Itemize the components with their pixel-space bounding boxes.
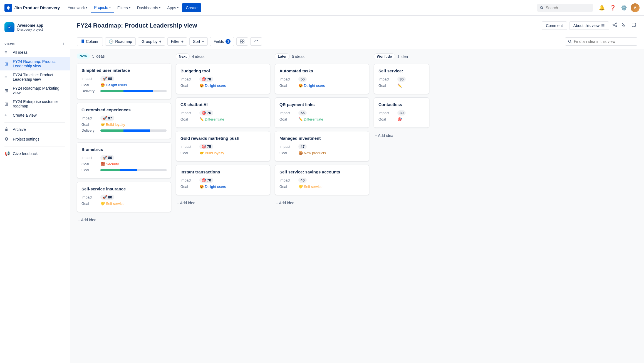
impact-value: 🚀 80 (100, 155, 114, 160)
share-icon[interactable] (611, 21, 618, 30)
card-field-impact: Impact 36 (378, 77, 425, 82)
about-view-button[interactable]: About this view ☰ (569, 21, 609, 30)
refresh-button[interactable] (250, 37, 262, 46)
impact-value: 🎯 78 (199, 77, 213, 82)
chevron-down-icon: ▾ (159, 6, 160, 9)
card-field-goal: Goal 💛 Self service (279, 185, 365, 189)
svg-rect-14 (242, 42, 244, 43)
card-budgeting-tool: Budgeting tool Impact 🎯 78 Goal 😍 Deligh… (176, 64, 270, 94)
card-title: Self-service insurance (81, 187, 167, 191)
column-count-next: 4 ideas (192, 54, 204, 59)
goal-value: 💛 Self service (100, 202, 125, 206)
sidebar-item-fy24-roadmap-marketing[interactable]: ⊞ FY24 Roadmap: Marketing view (0, 84, 70, 97)
delivery-bar (100, 129, 167, 132)
settings-icon[interactable]: ⚙️ (620, 3, 628, 12)
board: Now 5 ideas Simplified user interface Im… (70, 49, 644, 363)
cloud-icon[interactable] (621, 21, 628, 30)
chevron-down-icon: ▾ (86, 6, 87, 9)
card-field-goal: Goal 🍪 New products (279, 151, 365, 155)
card-field-impact: Impact 56 (279, 77, 365, 82)
card-field-impact: Impact 🎯 78 (180, 77, 266, 82)
column-now: Now 5 ideas Simplified user interface Im… (77, 53, 171, 359)
app-logo[interactable]: Jira Product Discovery (4, 4, 60, 12)
project-sub: Discovery project (17, 28, 43, 31)
column-wontdo: Won't do 1 idea Self service: Impact 36 … (374, 53, 429, 359)
column-later: Later 5 ideas Automated tasks Impact 56 … (275, 53, 369, 359)
card-title: Budgeting tool (180, 68, 266, 73)
display-button[interactable] (236, 37, 248, 46)
add-idea-button-later[interactable]: + Add idea (275, 198, 369, 207)
card-field-impact: Impact 🚀 80 (81, 195, 167, 200)
sidebar-item-fy24-timeline-product[interactable]: ≡ FY24 Timeline: Product Leadership view (0, 70, 70, 84)
group-by-button[interactable]: Group by + (138, 37, 165, 46)
comment-button[interactable]: Comment (542, 21, 567, 30)
board-search[interactable] (565, 37, 637, 46)
sidebar-item-fy24-roadmap-product[interactable]: ⊞ FY24 Roadmap: Product Leadership view (0, 57, 70, 70)
svg-rect-12 (242, 40, 244, 41)
global-search[interactable] (537, 4, 593, 12)
goal-value: 🤝 Build loyalty (100, 122, 125, 127)
sidebar-item-feedback[interactable]: 📢 Give feedback (0, 149, 70, 158)
card-field-delivery: Goal (81, 168, 167, 172)
card-qr-payment-links: QR payment links Impact 55 Goal ✏️ Diffe… (275, 97, 369, 128)
fields-button[interactable]: Fields 3 (210, 37, 234, 46)
card-title: Instant transactions (180, 170, 266, 174)
column-button[interactable]: Column (77, 37, 103, 46)
add-idea-button-wontdo[interactable]: + Add idea (374, 131, 429, 140)
card-simplified-ui: Simplified user interface Impact 🚀 98 Go… (77, 63, 171, 99)
impact-value: 🚀 97 (100, 116, 114, 121)
roadmap-button[interactable]: 🕐 Roadmap (105, 37, 136, 46)
card-field-goal: Goal ✏️ Differentiate (279, 117, 365, 121)
svg-rect-8 (81, 40, 81, 43)
help-icon[interactable]: ❓ (608, 3, 617, 12)
card-title: Biometrics (81, 147, 167, 152)
sidebar-item-project-settings[interactable]: ⚙ Project settings (0, 134, 70, 144)
card-field-impact: Impact 🚀 80 (81, 155, 167, 160)
sidebar-item-archive[interactable]: 🗑 Archive (0, 125, 70, 134)
top-navigation: Jira Product Discovery Your work ▾ Proje… (0, 0, 644, 16)
column-header-now: Now 5 ideas (77, 53, 171, 59)
sort-button[interactable]: Sort + (189, 37, 208, 46)
column-count-wontdo: 1 idea (397, 54, 408, 59)
notifications-icon[interactable]: 🔔 (597, 3, 606, 12)
sidebar-item-all-ideas[interactable]: ≡ All ideas (0, 48, 70, 57)
user-avatar[interactable]: A (631, 3, 640, 12)
add-idea-button-now[interactable]: + Add idea (77, 215, 171, 224)
sidebar-item-create-view[interactable]: + Create a view (0, 111, 70, 120)
board-search-input[interactable] (574, 39, 634, 44)
nav-dashboards[interactable]: Dashboards ▾ (134, 3, 164, 12)
impact-value: 🎯 76 (199, 110, 213, 116)
card-self-service-truncated: Self service: Impact 36 Goal ✏️ (374, 64, 429, 94)
nav-apps[interactable]: Apps ▾ (164, 3, 182, 12)
page-header: FY24 Roadmap: Product Leadership view Co… (70, 16, 644, 49)
sidebar-divider-2 (4, 146, 65, 146)
impact-value: 🚀 98 (100, 76, 114, 81)
card-title: Automated tasks (279, 68, 365, 73)
search-icon (540, 6, 543, 10)
list-icon: ≡ (4, 50, 10, 55)
create-button[interactable]: Create (182, 3, 201, 12)
jira-logo-icon (4, 4, 12, 12)
expand-icon[interactable] (630, 21, 637, 30)
card-title: Gold rewards marketing push (180, 136, 266, 141)
card-title: Simplified user interface (81, 68, 167, 73)
sidebar-item-fy24-enterprise[interactable]: ⊞ FY24 Enterprise customer roadmap (0, 97, 70, 111)
card-field-goal: Goal 🎯 (378, 117, 425, 121)
add-view-icon[interactable]: + (63, 41, 65, 46)
add-idea-button-next[interactable]: + Add idea (176, 198, 270, 207)
goal-value: 🍪 New products (298, 151, 326, 155)
card-biometrics: Biometrics Impact 🚀 80 Goal 🧱 Security G… (77, 142, 171, 178)
card-field-impact: Impact 🎯 76 (180, 110, 266, 116)
sidebar-project[interactable]: Awesome app Discovery project (0, 20, 70, 37)
goal-value: 😍 Delight users (298, 84, 325, 88)
impact-value: 🎯 75 (199, 144, 213, 149)
nav-projects[interactable]: Projects ▾ (91, 3, 114, 13)
card-field-impact: Impact 🚀 97 (81, 116, 167, 121)
filter-button[interactable]: Filter + (167, 37, 187, 46)
sidebar-divider (4, 122, 65, 122)
nav-your-work[interactable]: Your work ▾ (64, 3, 91, 12)
card-title: Self service: savings accounts (279, 170, 365, 174)
nav-filters[interactable]: Filters ▾ (114, 3, 134, 12)
search-input[interactable] (546, 6, 590, 10)
goal-value: ✏️ Differentiate (298, 117, 323, 121)
